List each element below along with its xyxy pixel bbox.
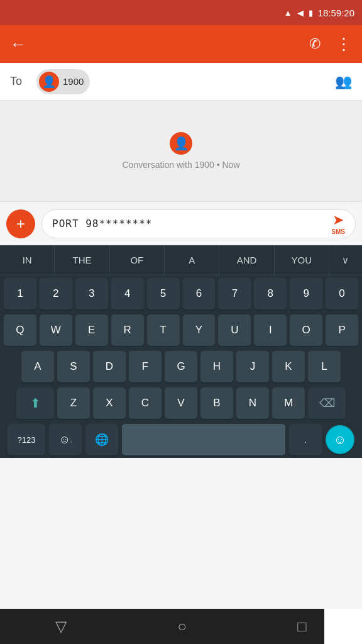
conversation-info: Conversation with 1900 • Now: [123, 160, 240, 170]
key-d[interactable]: D: [93, 351, 126, 382]
key-t[interactable]: T: [147, 314, 180, 346]
key-m[interactable]: M: [272, 387, 305, 419]
call-button[interactable]: ✆: [309, 36, 321, 52]
to-label: To: [10, 75, 29, 88]
period-key[interactable]: .: [289, 424, 322, 455]
space-key[interactable]: [122, 424, 285, 455]
key-8[interactable]: 8: [254, 278, 287, 309]
asdf-row: A S D F G H J K L: [0, 348, 362, 385]
qwerty-row: Q W E R T Y U I O P: [0, 312, 362, 348]
key-4[interactable]: 4: [111, 278, 144, 309]
conversation-avatar-icon: 👤: [173, 136, 189, 151]
key-k[interactable]: K: [272, 351, 305, 382]
key-z[interactable]: Z: [57, 387, 90, 419]
add-attachment-button[interactable]: +: [6, 209, 35, 238]
numeric-key[interactable]: ?123: [8, 424, 45, 455]
back-nav-button[interactable]: ▽: [55, 618, 67, 635]
more-options-button[interactable]: ⋮: [336, 35, 352, 54]
bottom-row: ?123 ☺, 🌐 . ☺: [0, 421, 362, 458]
message-input[interactable]: PORT 98********: [52, 218, 326, 230]
recipient-chip[interactable]: 👤 1900: [36, 69, 90, 94]
wifi-icon: ▲: [284, 8, 292, 18]
signal-icon: ◀: [297, 8, 304, 18]
status-bar: ▲ ◀ ▮ 18:59:20: [0, 0, 362, 25]
key-6[interactable]: 6: [183, 278, 216, 309]
shift-key[interactable]: ⬆: [16, 387, 54, 419]
send-button[interactable]: ➤ SMS: [331, 212, 345, 235]
key-3[interactable]: 3: [75, 278, 108, 309]
send-icon: ➤: [332, 212, 344, 228]
collapse-suggestions-button[interactable]: ∨: [329, 245, 362, 275]
key-h[interactable]: H: [200, 351, 233, 382]
key-2[interactable]: 2: [40, 278, 72, 309]
add-icon: +: [16, 215, 25, 233]
avatar-icon: 👤: [42, 75, 56, 89]
recipient-avatar: 👤: [39, 72, 59, 92]
key-e[interactable]: E: [75, 314, 108, 346]
key-g[interactable]: G: [165, 351, 197, 382]
recents-nav-button[interactable]: □: [297, 618, 307, 635]
key-1[interactable]: 1: [4, 278, 36, 309]
key-j[interactable]: J: [236, 351, 269, 382]
nav-bar-white-patch: [324, 609, 362, 644]
key-a[interactable]: A: [21, 351, 54, 382]
key-l[interactable]: L: [308, 351, 341, 382]
message-area: 👤 Conversation with 1900 • Now: [0, 101, 362, 201]
app-bar: ← ✆ ⋮: [0, 25, 362, 63]
key-b[interactable]: B: [200, 387, 233, 419]
input-row: + PORT 98******** ➤ SMS: [0, 201, 362, 245]
conversation-avatar: 👤: [170, 132, 192, 155]
nav-bar: ▽ ○ □: [0, 609, 362, 644]
suggestion-a[interactable]: A: [165, 245, 219, 275]
suggestion-and[interactable]: AND: [219, 245, 274, 275]
backspace-key[interactable]: ⌫: [308, 387, 346, 419]
key-p[interactable]: P: [326, 314, 358, 346]
back-button[interactable]: ←: [10, 35, 26, 54]
numbers-row: 1 2 3 4 5 6 7 8 9 0: [0, 275, 362, 312]
key-u[interactable]: U: [218, 314, 251, 346]
key-v[interactable]: V: [165, 387, 197, 419]
home-nav-button[interactable]: ○: [177, 618, 187, 635]
send-label: SMS: [331, 228, 345, 235]
suggestions-row: IN THE OF A AND YOU ∨: [0, 245, 362, 275]
key-w[interactable]: W: [40, 314, 72, 346]
globe-key[interactable]: 🌐: [85, 424, 118, 455]
battery-icon: ▮: [309, 8, 313, 18]
recipient-name: 1900: [63, 76, 84, 87]
key-x[interactable]: X: [93, 387, 126, 419]
key-r[interactable]: R: [111, 314, 144, 346]
zxcv-row: ⬆ Z X C V B N M ⌫: [0, 385, 362, 421]
suggestion-in[interactable]: IN: [0, 245, 55, 275]
suggestion-the[interactable]: THE: [55, 245, 109, 275]
suggestion-of[interactable]: OF: [110, 245, 165, 275]
status-time: 18:59:20: [318, 8, 354, 18]
keyboard: 1 2 3 4 5 6 7 8 9 0 Q W E R T Y U I O P …: [0, 275, 362, 458]
key-o[interactable]: O: [290, 314, 322, 346]
to-field: To 👤 1900 👥: [0, 63, 362, 101]
key-c[interactable]: C: [129, 387, 162, 419]
emoji-face-key[interactable]: ☺,: [49, 424, 82, 455]
key-y[interactable]: Y: [183, 314, 216, 346]
key-n[interactable]: N: [236, 387, 269, 419]
key-i[interactable]: I: [254, 314, 287, 346]
message-input-container: PORT 98******** ➤ SMS: [41, 209, 356, 238]
key-s[interactable]: S: [57, 351, 90, 382]
key-0[interactable]: 0: [326, 278, 358, 309]
key-5[interactable]: 5: [147, 278, 180, 309]
key-9[interactable]: 9: [290, 278, 322, 309]
key-f[interactable]: F: [129, 351, 162, 382]
key-7[interactable]: 7: [218, 278, 251, 309]
suggestion-you[interactable]: YOU: [275, 245, 329, 275]
smiley-key[interactable]: ☺: [326, 425, 354, 454]
add-contact-button[interactable]: 👥: [335, 74, 352, 90]
key-q[interactable]: Q: [4, 314, 36, 346]
